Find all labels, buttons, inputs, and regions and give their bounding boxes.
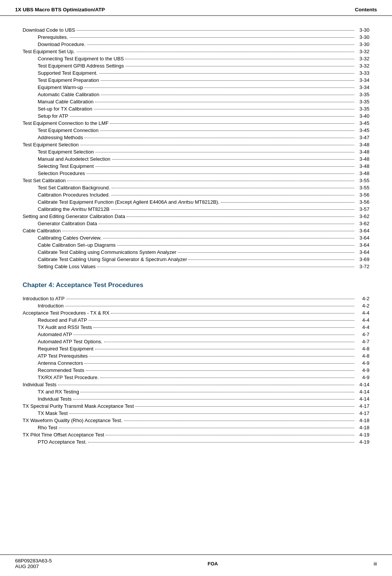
toc-entry-download-procedure: Download Procedure.3-30 [23, 41, 369, 47]
toc-entry-text: Prerequisites. [38, 34, 68, 40]
toc-entry-addressing-methods: Addressing Methods3-47 [23, 135, 369, 140]
toc-dots [59, 428, 354, 428]
toc-dots [100, 131, 354, 131]
toc-dots [94, 109, 354, 109]
toc-page: 3-48 [356, 149, 369, 155]
toc-entry-text: Test Equipment Selection [38, 149, 94, 155]
toc-page: 3-48 [356, 156, 369, 162]
toc-entry-test-equipment-setup: Test Equipment Set Up.3-32 [23, 49, 369, 54]
toc-entry-text: Test Equipment Selection [23, 142, 79, 147]
toc-entry-text: ATP Test Prerequisites [38, 353, 88, 359]
toc-dots [69, 413, 354, 414]
toc-entry-calibrate-cabling-comms: Calibrate Test Cabling using Communicati… [23, 249, 369, 255]
toc-page: 3-62 [356, 221, 369, 226]
toc-dots [65, 306, 354, 306]
toc-entry-test-equip-selection-sub: Test Equipment Selection3-48 [23, 149, 369, 155]
toc-entry-text: Reduced and Full ATP [38, 317, 87, 323]
toc-dots [88, 442, 354, 442]
toc-page: 3-35 [356, 99, 369, 104]
chapter4-heading: Chapter 4: Acceptance Test Procedures [23, 281, 369, 289]
toc-section: Download Code to UBS3-30Prerequisites.3-… [23, 27, 369, 269]
toc-dots [178, 252, 354, 253]
toc-entry-automatic-cable-calibration: Automatic Cable Calibration3-35 [23, 92, 369, 97]
toc-entry-selecting-test-equipment: Selecting Test Equipment3-48 [23, 163, 369, 169]
toc-dots [111, 195, 354, 195]
toc-entry-tx-spectral-purity: TX Spectral Purity Transmit Mask Accepta… [23, 403, 369, 409]
toc-dots [126, 66, 354, 66]
toc-dots [117, 245, 354, 246]
toc-page: 3-35 [356, 106, 369, 112]
toc-dots [99, 73, 354, 74]
toc-entry-text: Calibrate Test Cabling using Communicati… [38, 249, 176, 255]
toc-dots [66, 299, 354, 299]
toc-entry-text: Cable Calibration Set–up Diagrams [38, 242, 116, 248]
toc-entry-text: Required Test Equipment [38, 346, 93, 352]
toc-dots [103, 238, 354, 238]
toc-page: 3-72 [356, 264, 369, 269]
toc-entry-calibrating-anritsu: Calibrating the Anritsu MT8212B3-57 [23, 206, 369, 212]
toc-entry-individual-tests-sub: Individual Tests4-14 [23, 396, 369, 402]
toc-page: 3-32 [356, 49, 369, 54]
toc-entry-text: Introduction to ATP [23, 296, 64, 301]
toc-dots [95, 166, 354, 167]
toc-dots [112, 188, 354, 188]
toc-dots [127, 217, 354, 217]
toc-page: 4-7 [356, 332, 369, 337]
toc-dots [86, 370, 354, 371]
toc-entry-text: Generator Calibration Data [38, 221, 97, 226]
toc-dots [58, 385, 354, 385]
toc-page: 3-33 [356, 70, 369, 76]
footer-page: iii [374, 561, 377, 567]
toc-dots [84, 138, 354, 138]
toc-entry-text: Test Equipment Preparation [38, 77, 99, 83]
toc-dots [99, 224, 354, 224]
toc-page: 4-7 [356, 339, 369, 344]
toc-entry-individual-tests: Individual Tests4-14 [23, 382, 369, 387]
toc-page: 4-8 [356, 346, 369, 352]
toc-page: 3-55 [356, 185, 369, 190]
toc-entry-text: Test Set Calibration [23, 178, 66, 183]
toc-entry-automated-atp: Automated ATP4-7 [23, 332, 369, 337]
toc-page: 4-19 [356, 439, 369, 445]
toc-page: 4-19 [356, 432, 369, 438]
toc-entry-supported-test-equipment: Supported Test Equipment.3-33 [23, 70, 369, 76]
header-title: 1X UBS Macro BTS Optimization/ATP [15, 7, 105, 12]
toc-dots [67, 181, 354, 181]
toc-dots [70, 37, 354, 38]
toc-dots [101, 95, 354, 95]
toc-page: 3-69 [356, 257, 369, 262]
toc-entry-tx-mask-test: TX Mask Test4-17 [23, 410, 369, 416]
toc-entry-cable-calibration: Cable Calibration3-64 [23, 228, 369, 233]
toc-dots [86, 174, 354, 174]
toc-entry-setting-editing-generator: Setting and Editing Generator Calibratio… [23, 214, 369, 219]
toc-page: 4-2 [356, 296, 369, 301]
toc-entry-text: TX/RX ATP Test Procedure. [38, 375, 99, 380]
toc-dots [77, 30, 354, 31]
toc-page: 3-56 [356, 199, 369, 205]
toc-page: 3-32 [356, 56, 369, 61]
toc-entry-text: TX Spectral Purity Transmit Mask Accepta… [23, 403, 134, 409]
toc-entry-test-set-calibration: Test Set Calibration3-55 [23, 178, 369, 183]
toc-entry-antenna-connectors: Antenna Connectors4-9 [23, 360, 369, 366]
toc-entry-text: Calibrate Test Cabling Using Signal Gene… [38, 257, 187, 262]
toc-entry-atp-prerequisites: ATP Test Prerequisites4-8 [23, 353, 369, 359]
toc-entry-tx-rx-atp-test-procedure: TX/RX ATP Test Procedure.4-9 [23, 375, 369, 380]
toc-entry-text: Test Set Calibration Background. [38, 185, 110, 190]
toc-entry-text: Individual Tests [23, 382, 57, 387]
toc-entry-automated-atp-test-options: Automated ATP Test Options.4-7 [23, 339, 369, 344]
toc-entry-text: Manual Cable Calibration [38, 99, 93, 104]
toc-dots [74, 335, 354, 335]
toc-dots [89, 320, 354, 321]
toc-entry-tx-audit-rssi: TX Audit and RSSI Tests4-4 [23, 324, 369, 330]
toc-page: 3-35 [356, 92, 369, 97]
toc-page: 3-64 [356, 249, 369, 255]
footer-doc-number: 68P09283A63-5 [15, 558, 52, 564]
toc-page: 4-17 [356, 410, 369, 416]
toc-dots [62, 231, 354, 231]
toc-dots [89, 356, 354, 356]
toc-page: 4-18 [356, 425, 369, 430]
toc-entry-text: Rho Test [38, 425, 57, 430]
toc-dots [84, 88, 354, 88]
toc-page: 3-40 [356, 113, 369, 119]
toc-page: 4-4 [356, 310, 369, 316]
